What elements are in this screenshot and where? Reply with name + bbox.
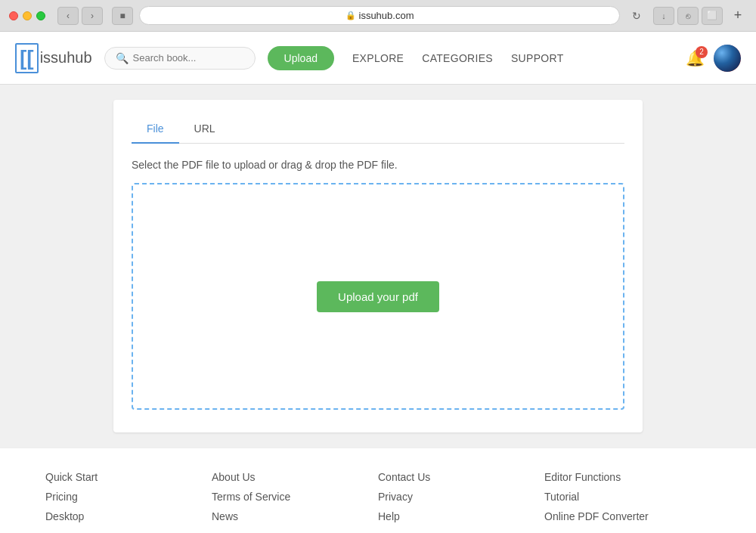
titlebar: ‹ › ■ 🔒 issuhub.com ↻ ↓ ⎋ ⬜ + [0,0,756,31]
footer-link-editor[interactable]: Editor Functions [544,471,711,483]
footer-link-pdf-converter[interactable]: Online PDF Converter [544,510,711,522]
footer-link-about[interactable]: About Us [212,471,378,483]
notification-badge: 2 [696,46,708,58]
footer-link-pricing[interactable]: Pricing [45,491,212,503]
footer-link-tos[interactable]: Terms of Service [212,491,378,503]
explore-nav-link[interactable]: EXPLORE [352,52,404,64]
address-bar-area: 🔒 issuhub.com ↻ [139,6,647,25]
upload-card: File URL Select the PDF file to upload o… [113,100,643,432]
footer-col-3: Contact Us Privacy Help [378,471,544,522]
logo-icon: [[ [15,43,39,73]
categories-nav-link[interactable]: CATEGORIES [422,52,493,64]
footer-link-quickstart[interactable]: Quick Start [45,471,212,483]
logo[interactable]: [[ issuhub [15,43,92,73]
window-button[interactable]: ⬜ [702,7,723,25]
footer-link-tutorial[interactable]: Tutorial [544,491,711,503]
avatar[interactable] [714,45,741,72]
tabs: File URL [132,115,624,144]
browser-actions: ↓ ⎋ ⬜ [653,7,723,25]
search-input[interactable] [133,52,239,64]
notification-button[interactable]: 🔔 2 [686,49,705,67]
browser-chrome: ‹ › ■ 🔒 issuhub.com ↻ ↓ ⎋ ⬜ + [0,0,756,32]
footer-col-4: Editor Functions Tutorial Online PDF Con… [544,471,711,522]
footer-link-privacy[interactable]: Privacy [378,491,544,503]
maximize-button[interactable] [36,11,45,20]
url-text: issuhub.com [359,10,414,21]
address-bar[interactable]: 🔒 issuhub.com [139,6,620,25]
footer-link-news[interactable]: News [212,510,378,522]
upload-instruction: Select the PDF file to upload or drag & … [132,159,624,171]
footer-columns: Quick Start Pricing Desktop About Us Ter… [45,471,711,522]
avatar-image [714,45,741,72]
drop-zone[interactable]: Upload your pdf [132,183,624,410]
share-button[interactable]: ⎋ [677,7,699,25]
download-button[interactable]: ↓ [653,7,674,25]
footer-link-help[interactable]: Help [378,510,544,522]
browser-nav: ‹ › [57,7,103,25]
minimize-button[interactable] [23,11,32,20]
header-right: 🔔 2 [686,45,741,72]
search-bar[interactable]: 🔍 [104,47,256,70]
upload-button[interactable]: Upload [268,46,334,70]
footer-col-2: About Us Terms of Service News [212,471,378,522]
footer-link-desktop[interactable]: Desktop [45,510,212,522]
support-nav-link[interactable]: SUPPORT [511,52,564,64]
close-button[interactable] [9,11,18,20]
new-tab-button[interactable]: + [729,7,747,25]
back-button[interactable]: ‹ [57,7,79,25]
footer: Quick Start Pricing Desktop About Us Ter… [0,448,756,533]
reload-button[interactable]: ↻ [626,7,647,25]
nav-links: EXPLORE CATEGORIES SUPPORT [352,52,564,64]
tab-file[interactable]: File [132,115,179,144]
search-icon: 🔍 [116,52,129,64]
footer-link-contact[interactable]: Contact Us [378,471,544,483]
logo-text: issuhub [40,49,92,67]
traffic-lights [9,11,45,20]
app-header: [[ issuhub 🔍 Upload EXPLORE CATEGORIES S… [0,32,756,85]
page-content: File URL Select the PDF file to upload o… [0,85,756,448]
tab-url[interactable]: URL [179,115,231,144]
forward-button[interactable]: › [82,7,103,25]
footer-col-1: Quick Start Pricing Desktop [45,471,212,522]
lock-icon: 🔒 [345,11,356,20]
upload-pdf-button[interactable]: Upload your pdf [317,281,439,312]
grid-view-button[interactable]: ■ [112,7,133,25]
